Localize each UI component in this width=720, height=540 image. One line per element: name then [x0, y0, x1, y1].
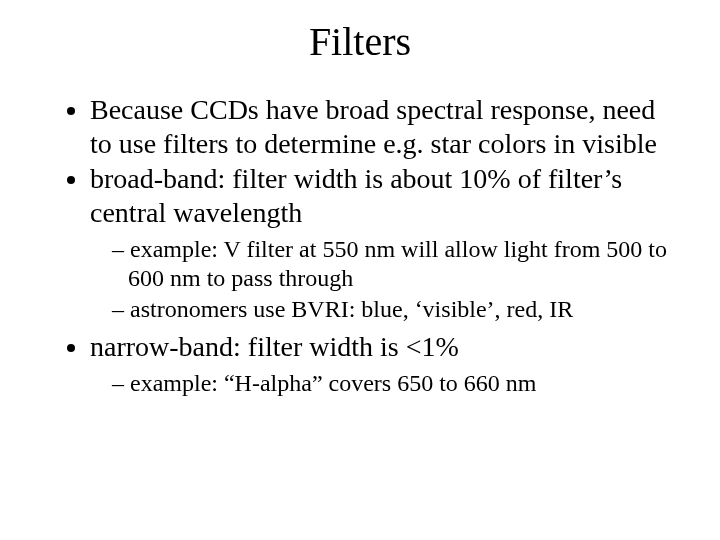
sub-bullet-list: example: “H-alpha” covers 650 to 660 nm — [90, 369, 670, 398]
bullet-text: narrow-band: filter width is <1% — [90, 331, 459, 362]
slide-title: Filters — [50, 18, 670, 65]
sub-bullet-item: example: V filter at 550 nm will allow l… — [112, 235, 670, 293]
sub-bullet-item: astronomers use BVRI: blue, ‘visible’, r… — [112, 295, 670, 324]
slide: Filters Because CCDs have broad spectral… — [0, 0, 720, 540]
sub-bullet-item: example: “H-alpha” covers 650 to 660 nm — [112, 369, 670, 398]
bullet-list: Because CCDs have broad spectral respons… — [50, 93, 670, 398]
bullet-item: narrow-band: filter width is <1% example… — [90, 330, 670, 398]
sub-bullet-list: example: V filter at 550 nm will allow l… — [90, 235, 670, 323]
bullet-item: broad-band: filter width is about 10% of… — [90, 162, 670, 324]
bullet-text: broad-band: filter width is about 10% of… — [90, 163, 622, 228]
bullet-item: Because CCDs have broad spectral respons… — [90, 93, 670, 160]
